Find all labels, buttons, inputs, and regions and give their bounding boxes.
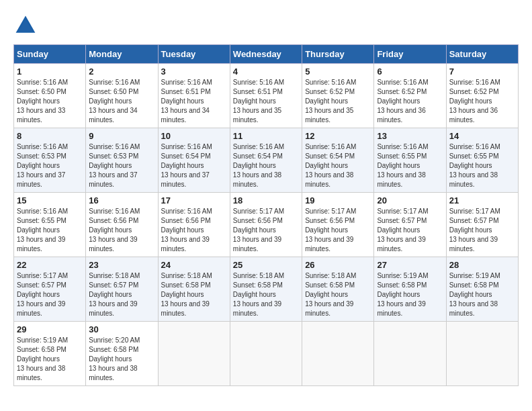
day-info: Sunrise: 5:16 AMSunset: 6:54 PMDaylight … <box>233 142 299 189</box>
day-number: 22 <box>17 260 83 270</box>
day-number: 18 <box>233 195 299 205</box>
table-row: 13Sunrise: 5:16 AMSunset: 6:55 PMDayligh… <box>374 128 446 193</box>
day-info: Sunrise: 5:16 AMSunset: 6:55 PMDaylight … <box>377 142 443 189</box>
day-header-tuesday: Tuesday <box>158 45 230 64</box>
day-info: Sunrise: 5:16 AMSunset: 6:55 PMDaylight … <box>17 207 83 254</box>
empty-cell <box>374 322 446 386</box>
table-row: 14Sunrise: 5:16 AMSunset: 6:55 PMDayligh… <box>446 128 518 193</box>
day-info: Sunrise: 5:18 AMSunset: 6:58 PMDaylight … <box>161 271 227 318</box>
table-row: 4Sunrise: 5:16 AMSunset: 6:51 PMDaylight… <box>230 64 302 128</box>
day-number: 5 <box>305 66 371 77</box>
calendar-row: 22Sunrise: 5:17 AMSunset: 6:57 PMDayligh… <box>14 257 519 322</box>
day-number: 20 <box>377 195 443 205</box>
day-header-monday: Monday <box>86 45 158 64</box>
day-info: Sunrise: 5:16 AMSunset: 6:53 PMDaylight … <box>17 142 83 189</box>
day-info: Sunrise: 5:17 AMSunset: 6:56 PMDaylight … <box>233 207 299 254</box>
day-number: 24 <box>161 260 227 270</box>
logo <box>13 13 42 38</box>
table-row: 30Sunrise: 5:20 AMSunset: 6:58 PMDayligh… <box>86 322 158 386</box>
day-info: Sunrise: 5:20 AMSunset: 6:58 PMDaylight … <box>89 336 154 383</box>
table-row: 9Sunrise: 5:16 AMSunset: 6:53 PMDaylight… <box>86 128 158 193</box>
table-row: 2Sunrise: 5:16 AMSunset: 6:50 PMDaylight… <box>86 64 158 128</box>
logo-icon <box>13 13 38 38</box>
empty-cell <box>158 322 230 386</box>
table-row: 22Sunrise: 5:17 AMSunset: 6:57 PMDayligh… <box>14 257 86 322</box>
calendar-row: 29Sunrise: 5:19 AMSunset: 6:58 PMDayligh… <box>14 322 519 386</box>
day-number: 9 <box>89 131 154 141</box>
table-row: 17Sunrise: 5:16 AMSunset: 6:56 PMDayligh… <box>158 193 230 257</box>
day-number: 13 <box>377 131 443 141</box>
day-number: 30 <box>89 324 154 334</box>
day-number: 11 <box>233 131 299 141</box>
calendar-row: 8Sunrise: 5:16 AMSunset: 6:53 PMDaylight… <box>14 128 519 193</box>
table-row: 11Sunrise: 5:16 AMSunset: 6:54 PMDayligh… <box>230 128 302 193</box>
day-info: Sunrise: 5:18 AMSunset: 6:58 PMDaylight … <box>233 271 299 318</box>
day-number: 26 <box>305 260 371 270</box>
table-row: 25Sunrise: 5:18 AMSunset: 6:58 PMDayligh… <box>230 257 302 322</box>
day-number: 10 <box>161 131 227 141</box>
day-number: 25 <box>233 260 299 270</box>
day-number: 16 <box>89 195 154 205</box>
calendar-row: 1Sunrise: 5:16 AMSunset: 6:50 PMDaylight… <box>14 64 519 128</box>
day-info: Sunrise: 5:19 AMSunset: 6:58 PMDaylight … <box>17 336 83 383</box>
day-info: Sunrise: 5:16 AMSunset: 6:51 PMDaylight … <box>161 78 227 125</box>
day-number: 12 <box>305 131 371 141</box>
day-number: 28 <box>449 260 515 270</box>
day-number: 3 <box>161 66 227 77</box>
table-row: 19Sunrise: 5:17 AMSunset: 6:56 PMDayligh… <box>302 193 374 257</box>
table-row: 29Sunrise: 5:19 AMSunset: 6:58 PMDayligh… <box>14 322 86 386</box>
day-info: Sunrise: 5:19 AMSunset: 6:58 PMDaylight … <box>449 271 515 318</box>
day-info: Sunrise: 5:17 AMSunset: 6:57 PMDaylight … <box>17 271 83 318</box>
day-info: Sunrise: 5:16 AMSunset: 6:50 PMDaylight … <box>17 78 83 125</box>
table-row: 21Sunrise: 5:17 AMSunset: 6:57 PMDayligh… <box>446 193 518 257</box>
day-info: Sunrise: 5:16 AMSunset: 6:53 PMDaylight … <box>89 142 154 189</box>
header-row: SundayMondayTuesdayWednesdayThursdayFrid… <box>14 45 519 64</box>
header <box>13 13 519 38</box>
table-row: 8Sunrise: 5:16 AMSunset: 6:53 PMDaylight… <box>14 128 86 193</box>
day-number: 7 <box>449 66 515 77</box>
day-header-wednesday: Wednesday <box>230 45 302 64</box>
day-info: Sunrise: 5:16 AMSunset: 6:52 PMDaylight … <box>449 78 515 125</box>
day-info: Sunrise: 5:16 AMSunset: 6:50 PMDaylight … <box>89 78 154 125</box>
day-info: Sunrise: 5:16 AMSunset: 6:52 PMDaylight … <box>377 78 443 125</box>
day-number: 17 <box>161 195 227 205</box>
day-number: 23 <box>89 260 154 270</box>
day-number: 1 <box>17 66 83 77</box>
day-header-friday: Friday <box>374 45 446 64</box>
empty-cell <box>302 322 374 386</box>
day-info: Sunrise: 5:16 AMSunset: 6:54 PMDaylight … <box>305 142 371 189</box>
table-row: 12Sunrise: 5:16 AMSunset: 6:54 PMDayligh… <box>302 128 374 193</box>
table-row: 26Sunrise: 5:18 AMSunset: 6:58 PMDayligh… <box>302 257 374 322</box>
day-number: 2 <box>89 66 154 77</box>
day-number: 27 <box>377 260 443 270</box>
table-row: 5Sunrise: 5:16 AMSunset: 6:52 PMDaylight… <box>302 64 374 128</box>
day-info: Sunrise: 5:16 AMSunset: 6:55 PMDaylight … <box>449 142 515 189</box>
table-row: 18Sunrise: 5:17 AMSunset: 6:56 PMDayligh… <box>230 193 302 257</box>
day-number: 21 <box>449 195 515 205</box>
day-info: Sunrise: 5:16 AMSunset: 6:56 PMDaylight … <box>89 207 154 254</box>
day-info: Sunrise: 5:18 AMSunset: 6:57 PMDaylight … <box>89 271 154 318</box>
table-row: 27Sunrise: 5:19 AMSunset: 6:58 PMDayligh… <box>374 257 446 322</box>
table-row: 10Sunrise: 5:16 AMSunset: 6:54 PMDayligh… <box>158 128 230 193</box>
day-header-sunday: Sunday <box>14 45 86 64</box>
calendar-row: 15Sunrise: 5:16 AMSunset: 6:55 PMDayligh… <box>14 193 519 257</box>
table-row: 6Sunrise: 5:16 AMSunset: 6:52 PMDaylight… <box>374 64 446 128</box>
day-info: Sunrise: 5:17 AMSunset: 6:57 PMDaylight … <box>449 207 515 254</box>
day-info: Sunrise: 5:18 AMSunset: 6:58 PMDaylight … <box>305 271 371 318</box>
day-info: Sunrise: 5:17 AMSunset: 6:56 PMDaylight … <box>305 207 371 254</box>
day-info: Sunrise: 5:16 AMSunset: 6:56 PMDaylight … <box>161 207 227 254</box>
day-header-thursday: Thursday <box>302 45 374 64</box>
table-row: 7Sunrise: 5:16 AMSunset: 6:52 PMDaylight… <box>446 64 518 128</box>
day-info: Sunrise: 5:16 AMSunset: 6:51 PMDaylight … <box>233 78 299 125</box>
table-row: 1Sunrise: 5:16 AMSunset: 6:50 PMDaylight… <box>14 64 86 128</box>
day-number: 14 <box>449 131 515 141</box>
day-number: 19 <box>305 195 371 205</box>
calendar-table: SundayMondayTuesdayWednesdayThursdayFrid… <box>13 44 519 386</box>
day-number: 4 <box>233 66 299 77</box>
day-info: Sunrise: 5:16 AMSunset: 6:52 PMDaylight … <box>305 78 371 125</box>
table-row: 3Sunrise: 5:16 AMSunset: 6:51 PMDaylight… <box>158 64 230 128</box>
day-info: Sunrise: 5:19 AMSunset: 6:58 PMDaylight … <box>377 271 443 318</box>
empty-cell <box>446 322 518 386</box>
day-number: 6 <box>377 66 443 77</box>
day-number: 8 <box>17 131 83 141</box>
